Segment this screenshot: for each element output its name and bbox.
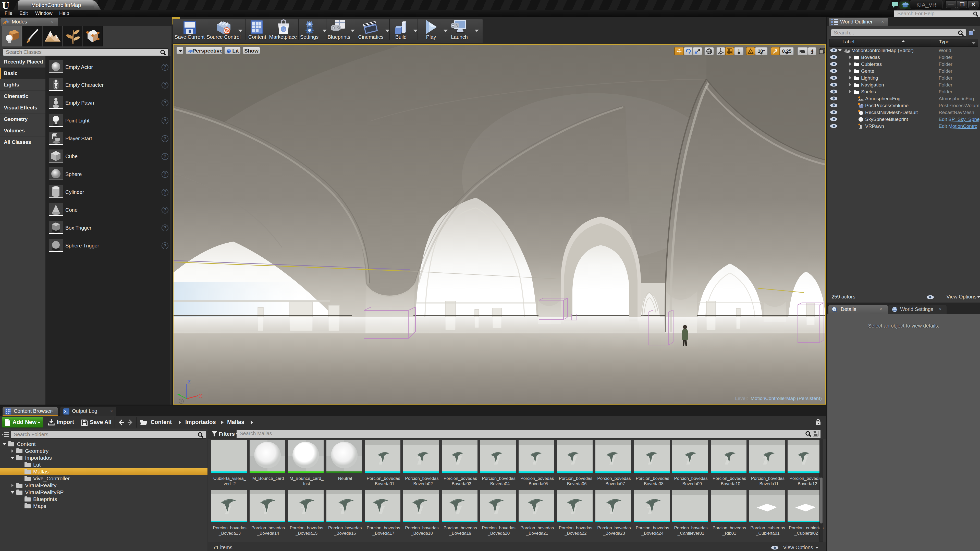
svg-text:u: u: [283, 27, 285, 32]
svg-text:i: i: [834, 307, 835, 311]
svg-text:+: +: [859, 106, 861, 108]
svg-text:?: ?: [180, 400, 182, 403]
svg-text:X: X: [199, 394, 202, 399]
svg-text:Z: Z: [188, 380, 191, 384]
